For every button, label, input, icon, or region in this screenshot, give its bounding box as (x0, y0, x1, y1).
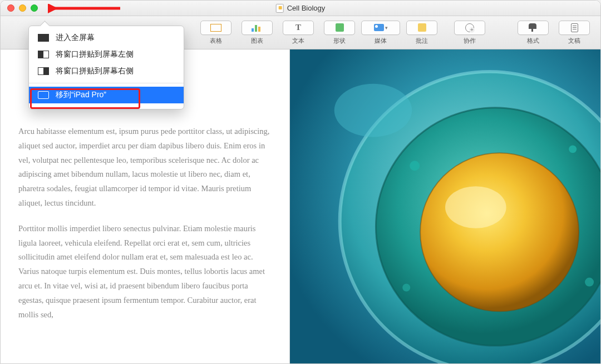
cell-illustration (290, 49, 600, 363)
toolbar-label: 形状 (333, 37, 346, 45)
menu-item-label: 将窗口拼贴到屏幕左侧 (56, 49, 134, 59)
menu-item-label: 移到“iPad Pro” (56, 90, 106, 100)
table-button[interactable]: 表格 (198, 21, 234, 45)
toolbar-label: 协作 (464, 37, 476, 45)
svg-point-11 (402, 284, 410, 292)
svg-point-5 (420, 153, 579, 311)
close-button[interactable] (7, 4, 14, 12)
shape-icon (336, 23, 344, 32)
chart-icon (252, 24, 263, 32)
menu-item-label: 进入全屏幕 (56, 33, 95, 43)
chart-button[interactable]: 图表 (239, 21, 275, 45)
shape-button[interactable]: 形状 (322, 21, 357, 45)
document-button[interactable]: 文稿 (556, 21, 592, 45)
menu-item-fullscreen[interactable]: 进入全屏幕 (29, 29, 184, 46)
svg-point-9 (569, 145, 577, 153)
svg-point-12 (334, 84, 412, 137)
titlebar: Cell Biology (1, 1, 600, 16)
menu-item-tile-left[interactable]: 将窗口拼贴到屏幕左侧 (29, 46, 184, 63)
document-settings-icon (571, 23, 578, 32)
text-icon: T (295, 23, 301, 32)
svg-point-10 (585, 278, 594, 287)
media-icon (374, 24, 384, 31)
menu-item-label: 将窗口拼贴到屏幕右侧 (56, 66, 134, 76)
document-image[interactable] (290, 49, 600, 363)
collaborate-button[interactable]: 协作 (452, 21, 487, 45)
toolbar-label: 媒体 (375, 37, 387, 45)
svg-point-8 (410, 161, 420, 171)
window-title: Cell Biology (287, 4, 326, 12)
toolbar-label: 批注 (416, 37, 428, 45)
chevron-down-icon: ▾ (385, 25, 388, 31)
paragraph: Porttitor mollis imperdiet libero senect… (18, 222, 273, 322)
paintbrush-icon (529, 23, 538, 32)
note-icon (418, 23, 426, 32)
table-icon (210, 24, 221, 32)
note-button[interactable]: 批注 (404, 21, 440, 45)
format-button[interactable]: 格式 (515, 21, 551, 45)
minimize-button[interactable] (19, 4, 26, 12)
menu-item-move-to-ipad[interactable]: 移到“iPad Pro” (29, 87, 184, 103)
maximize-button[interactable] (31, 4, 38, 12)
window-title-area: Cell Biology (276, 4, 326, 13)
menu-separator (29, 83, 184, 83)
svg-point-6 (445, 186, 506, 228)
tile-left-icon (38, 51, 49, 58)
paragraph: Arcu habitasse elementum est, ipsum puru… (18, 124, 273, 211)
window-controls (7, 4, 38, 12)
menu-item-tile-right[interactable]: 将窗口拼贴到屏幕右侧 (29, 63, 184, 79)
tile-right-icon (38, 67, 49, 75)
toolbar-label: 格式 (527, 37, 539, 45)
toolbar-label: 图表 (251, 37, 263, 45)
text-button[interactable]: T 文本 (280, 21, 316, 45)
window-menu: 进入全屏幕 将窗口拼贴到屏幕左侧 将窗口拼贴到屏幕右侧 移到“iPad Pro” (28, 26, 184, 109)
media-button[interactable]: ▾ 媒体 (363, 21, 398, 45)
ipad-icon (38, 91, 49, 99)
fullscreen-icon (38, 34, 49, 42)
toolbar-label: 表格 (210, 37, 222, 45)
app-window: Cell Biology 表格 图表 T 文本 形状 ▾ (0, 0, 601, 364)
toolbar-label: 文稿 (568, 37, 580, 45)
document-icon (276, 4, 284, 13)
toolbar-label: 文本 (292, 37, 304, 45)
collaborate-icon (465, 23, 474, 32)
